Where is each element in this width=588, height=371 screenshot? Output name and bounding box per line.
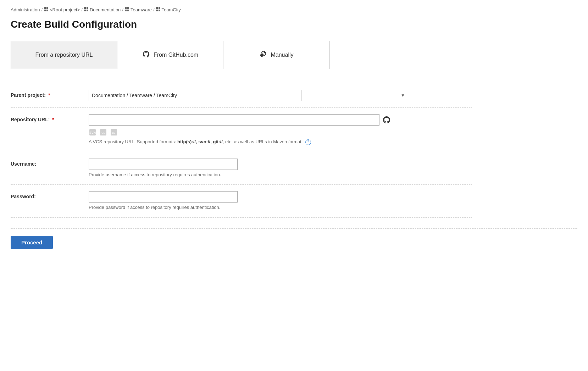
repo-url-formats: http(s)://, svn://, git://	[177, 139, 223, 144]
svg-rect-5	[87, 7, 88, 9]
tab-from-github[interactable]: From GitHub.com	[117, 41, 223, 69]
bitbucket-icon: BB	[110, 128, 118, 136]
parent-project-select[interactable]: Documentation / Teamware / TeamCity	[89, 90, 301, 101]
breadcrumb-documentation[interactable]: Documentation	[90, 7, 121, 12]
username-input[interactable]	[89, 159, 238, 170]
gitlab-icon: GL	[99, 128, 107, 136]
svg-rect-13	[159, 7, 160, 9]
required-star-repo: *	[52, 117, 54, 122]
chevron-down-icon: ▼	[401, 93, 405, 98]
svg-text:SVN: SVN	[89, 131, 96, 134]
svg-text:GL: GL	[101, 132, 105, 134]
tab-from-repo-url[interactable]: From a repository URL	[11, 41, 117, 69]
repository-url-input[interactable]	[89, 114, 379, 126]
username-row: Username: Provide username if access to …	[11, 152, 472, 185]
wrench-icon	[259, 50, 267, 60]
breadcrumb-icon-teamcity	[156, 7, 160, 12]
password-label: Password:	[11, 191, 82, 199]
svg-rect-6	[84, 10, 86, 11]
required-star-parent: *	[48, 92, 50, 98]
form: Parent project: * Documentation / Teamwa…	[11, 83, 472, 218]
tab-manually[interactable]: Manually	[223, 41, 330, 69]
svg-rect-15	[159, 10, 160, 11]
breadcrumb-teamcity[interactable]: TeamCity	[162, 7, 181, 12]
breadcrumb-icon-docs	[84, 7, 88, 12]
svg-rect-1	[46, 7, 48, 9]
username-field: Provide username if access to repository…	[89, 159, 408, 178]
page-title: Create Build Configuration	[11, 19, 577, 30]
svg-rect-9	[127, 7, 129, 9]
password-field: Provide password if access to repository…	[89, 191, 408, 211]
github-connect-icon[interactable]	[382, 116, 391, 124]
username-label: Username:	[11, 159, 82, 167]
tab-repo-url-label: From a repository URL	[35, 52, 93, 58]
vcs-icons-row: SVN GL BB	[89, 128, 408, 136]
repository-url-row: Repository URL: * SVN	[11, 108, 472, 152]
breadcrumb-root-project[interactable]: <Root project>	[50, 7, 80, 12]
repository-url-label: Repository URL: *	[11, 114, 82, 122]
repo-url-help: A VCS repository URL. Supported formats:…	[89, 138, 408, 145]
breadcrumb-teamware[interactable]: Teamware	[131, 7, 152, 12]
repository-url-field: SVN GL BB A VCS repository URL. Supporte…	[89, 114, 408, 145]
proceed-button[interactable]: Proceed	[11, 236, 53, 249]
parent-project-field: Documentation / Teamware / TeamCity ▼	[89, 90, 408, 101]
svn-icon: SVN	[89, 128, 96, 136]
svg-rect-7	[87, 10, 88, 11]
tab-github-label: From GitHub.com	[154, 52, 198, 58]
password-row: Password: Provide password if access to …	[11, 185, 472, 218]
username-help: Provide username if access to repository…	[89, 171, 408, 178]
help-tooltip-icon[interactable]: ?	[305, 139, 311, 145]
svg-rect-12	[156, 7, 158, 9]
tab-manually-label: Manually	[271, 52, 293, 58]
svg-rect-10	[125, 10, 127, 11]
svg-rect-4	[84, 7, 86, 9]
svg-rect-0	[44, 7, 46, 9]
method-tabs: From a repository URL From GitHub.com Ma…	[11, 41, 577, 69]
breadcrumb-admin[interactable]: Administration	[11, 7, 40, 12]
svg-rect-3	[46, 10, 48, 11]
svg-rect-11	[127, 10, 129, 11]
svg-rect-14	[156, 10, 158, 11]
breadcrumb-icon-root	[44, 7, 48, 12]
parent-project-select-wrapper: Documentation / Teamware / TeamCity ▼	[89, 90, 408, 101]
breadcrumb: Administration / <Root project> / Docume…	[11, 7, 577, 12]
svg-rect-2	[44, 10, 46, 11]
breadcrumb-icon-teamware	[125, 7, 129, 12]
password-help: Provide password if access to repository…	[89, 204, 408, 211]
github-icon	[142, 50, 150, 60]
repo-url-input-row	[89, 114, 408, 126]
password-input[interactable]	[89, 191, 238, 203]
svg-text:BB: BB	[112, 132, 116, 134]
footer: Proceed	[11, 228, 577, 249]
parent-project-label: Parent project: *	[11, 90, 82, 98]
svg-rect-8	[125, 7, 127, 9]
parent-project-row: Parent project: * Documentation / Teamwa…	[11, 83, 472, 108]
